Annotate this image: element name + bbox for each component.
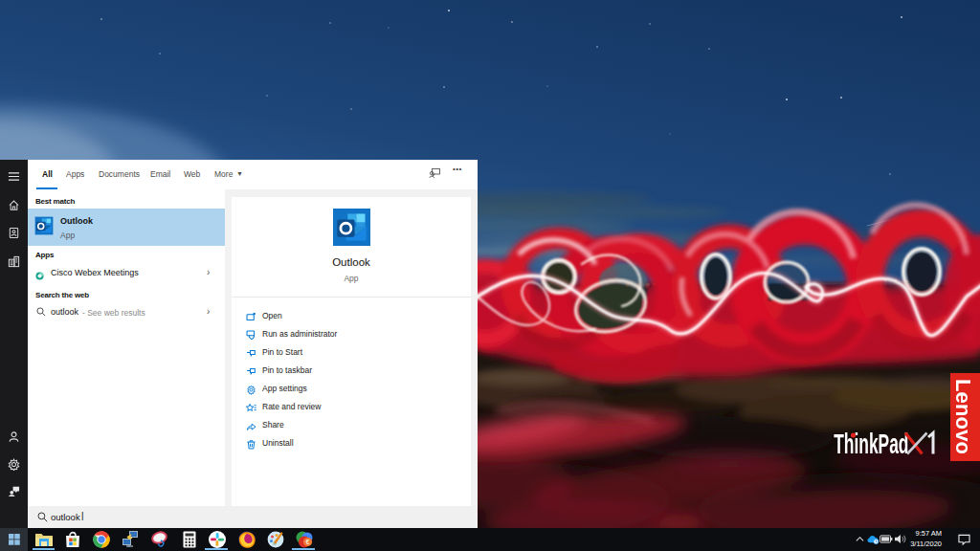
svg-text:€: € [306, 539, 310, 545]
svg-text:ThinkPad: ThinkPad [834, 428, 908, 459]
svg-text:Lenovo: Lenovo [951, 379, 975, 454]
